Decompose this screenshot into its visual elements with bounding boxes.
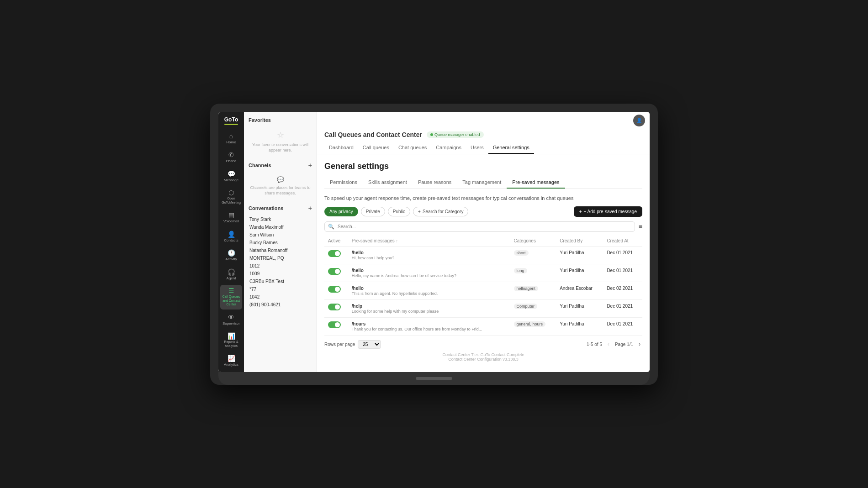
rows-per-page-select[interactable]: 25 50 100 [358, 340, 381, 349]
list-item[interactable]: Wanda Maximoff [249, 223, 312, 231]
tab-call-queues[interactable]: Call queues [358, 142, 394, 154]
cell-active [324, 317, 348, 335]
filter-lines-icon[interactable]: ≡ [639, 223, 642, 230]
tab-general-settings[interactable]: General settings [488, 142, 534, 154]
nav-item-voicemail[interactable]: ▤ Voicemail [220, 209, 242, 226]
sub-tab-permissions[interactable]: Permissions [324, 177, 363, 189]
cell-created-by: Yuri Padilha [556, 246, 603, 264]
top-bar: Call Queues and Contact Center Queue man… [317, 126, 650, 154]
nav-item-activity[interactable]: 🕐 Activity [220, 247, 242, 264]
nav-item-reports[interactable]: 📊 Reports & Analytics [220, 330, 242, 351]
add-icon: + [579, 209, 582, 214]
add-conversation-button[interactable]: + [308, 205, 312, 212]
nav-item-home[interactable]: ⌂ Home [220, 130, 242, 147]
section-title: General settings [324, 162, 642, 171]
cell-created-by: Andrea Escobar [556, 282, 603, 299]
list-item[interactable]: *77 [249, 285, 312, 293]
home-icon: ⌂ [229, 133, 233, 139]
page-indicator: Page 1/1 [615, 342, 633, 347]
agent-icon: 🎧 [228, 269, 235, 275]
toggle-active[interactable] [328, 321, 341, 328]
nav-item-goto-meeting[interactable]: ⬡ Open GoToMeeting [220, 187, 242, 207]
tab-dashboard[interactable]: Dashboard [324, 142, 358, 154]
channels-title: Channels + [249, 162, 312, 169]
call-queues-icon: ☰ [228, 288, 234, 294]
nav-item-supervisor[interactable]: 👁 Supervisor [220, 311, 242, 329]
phone-icon: ✆ [228, 152, 234, 158]
left-panel: Favorites ☆ Your favorite conversations … [244, 112, 317, 372]
nav-item-message[interactable]: 💬 Message [220, 168, 242, 185]
list-item[interactable]: Bucky Barnes [249, 239, 312, 247]
cell-created-at: Dec 01 2021 [603, 246, 642, 264]
list-item[interactable]: Sam Wilson [249, 231, 312, 239]
plus-icon: + [418, 209, 421, 214]
toggle-active[interactable] [328, 268, 341, 275]
conversations-title: Conversations + [249, 205, 312, 212]
table-row: /hours Thank you for contacting us. Our … [324, 317, 642, 335]
sub-tab-skills[interactable]: Skills assignment [363, 177, 413, 189]
nav-item-analytics[interactable]: 📈 Analytics [220, 352, 242, 370]
nav-item-agent[interactable]: 🎧 Agent [220, 266, 242, 283]
col-created-at: Created At [603, 236, 642, 247]
channels-empty: 💬 Channels are places for teams to share… [249, 173, 312, 200]
list-item[interactable]: C3RBu PBX Test [249, 278, 312, 285]
list-item[interactable]: Tony Stark [249, 215, 312, 223]
search-input[interactable] [324, 221, 635, 232]
toggle-active[interactable] [328, 286, 341, 293]
total-count: 1-5 of 5 [587, 342, 602, 347]
list-item[interactable]: (801) 900-4621 [249, 301, 312, 309]
list-item[interactable]: 1009 [249, 270, 312, 278]
sub-tab-tags[interactable]: Tag management [457, 177, 507, 189]
table-row: /hello Hi, how can I help you? short Yur… [324, 246, 642, 264]
favorites-empty: ☆ Your favorite conversations will appea… [249, 126, 312, 157]
icon-nav: GoTo ⌂ Home ✆ Phone 💬 Message ⬡ Open [218, 112, 244, 372]
message-icon: 💬 [228, 171, 235, 177]
conversations-list: Tony Stark Wanda Maximoff Sam Wilson Buc… [249, 215, 312, 309]
col-created-by: Created By [556, 236, 603, 247]
tab-users[interactable]: Users [466, 142, 488, 154]
add-pre-saved-message-button[interactable]: + + Add pre-saved message [574, 206, 642, 217]
cell-created-at: Dec 01 2021 [603, 264, 642, 282]
nav-item-call-queues[interactable]: ☰ Call Queues and Contact Center [220, 285, 242, 309]
sort-icon[interactable]: ↑ [396, 239, 398, 243]
list-item[interactable]: 1042 [249, 293, 312, 301]
favorites-title: Favorites [249, 117, 312, 123]
reports-icon: 📊 [228, 333, 235, 339]
prev-page-button[interactable]: ‹ [606, 340, 611, 348]
table-row: /help Looking for some help with my comp… [324, 299, 642, 317]
list-item[interactable]: Natasha Romanoff [249, 247, 312, 254]
nav-item-phone[interactable]: ✆ Phone [220, 149, 242, 166]
filter-private[interactable]: Private [361, 207, 385, 216]
tab-chat-queues[interactable]: Chat queues [394, 142, 431, 154]
cell-created-by: Yuri Padilha [556, 299, 603, 317]
cell-created-at: Dec 02 2021 [603, 282, 642, 299]
cell-message: /hello Hi, how can I help you? [348, 246, 510, 264]
search-for-category-button[interactable]: + Search for Category [413, 207, 468, 216]
cell-created-at: Dec 01 2021 [603, 299, 642, 317]
toggle-active[interactable] [328, 250, 341, 257]
cell-category: long [510, 264, 556, 282]
filter-public[interactable]: Public [388, 207, 410, 216]
add-channel-button[interactable]: + [308, 162, 312, 169]
cell-category: Computer [510, 299, 556, 317]
col-categories: Categories [510, 236, 556, 247]
next-page-button[interactable]: › [637, 340, 642, 348]
cell-created-by: Yuri Padilha [556, 317, 603, 335]
search-wrap: 🔍 [324, 221, 635, 232]
cell-active [324, 299, 348, 317]
sub-tabs: Permissions Skills assignment Pause reas… [324, 177, 642, 189]
filter-any-privacy[interactable]: Any privacy [324, 207, 358, 216]
col-messages: Pre-saved messages ↑ [348, 236, 510, 247]
sub-tab-pre-saved[interactable]: Pre-saved messages [507, 177, 565, 189]
status-dot [430, 133, 433, 136]
nav-item-contacts[interactable]: 👤 Contacts [220, 228, 242, 246]
list-item[interactable]: 1012 [249, 262, 312, 270]
sub-tab-pause[interactable]: Pause reasons [413, 177, 457, 189]
toggle-active[interactable] [328, 304, 341, 310]
list-item[interactable]: MONTREAL, PQ [249, 254, 312, 262]
filter-group: Any privacy Private Public + Search for … [324, 207, 468, 216]
tab-campaigns[interactable]: Campaigns [431, 142, 466, 154]
user-avatar[interactable]: 👤 [633, 115, 645, 126]
logo[interactable]: GoTo [224, 116, 238, 125]
search-icon: 🔍 [328, 224, 334, 230]
